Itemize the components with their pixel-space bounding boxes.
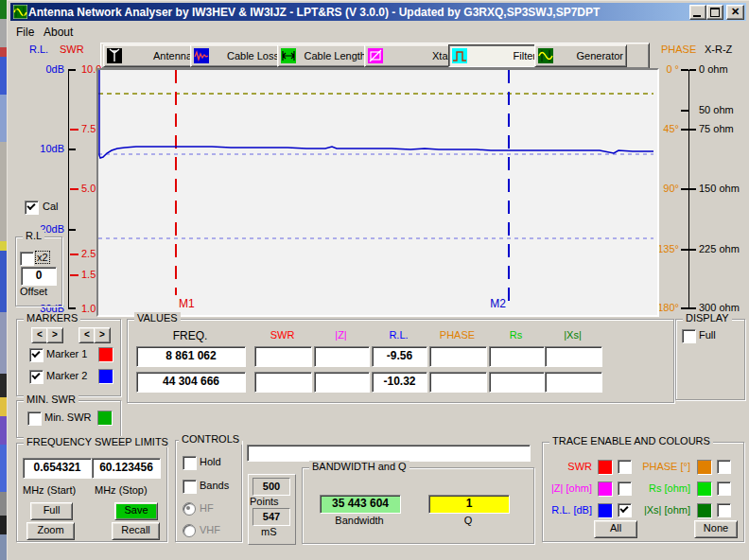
ohm-tick-label: 75 ohm (699, 123, 734, 134)
maximize-button[interactable] (706, 5, 723, 20)
trace-swr-swatch[interactable] (598, 460, 613, 475)
bands-label: Bands (200, 480, 229, 491)
sweep-full-button[interactable]: Full (30, 502, 73, 520)
ohm-tick (689, 249, 696, 251)
swr-tick (70, 254, 78, 255)
vhf-radio[interactable] (183, 524, 196, 537)
display-full-checkbox[interactable] (682, 329, 696, 343)
controls-group-title: CONTROLS (179, 433, 242, 445)
db-tick (68, 307, 76, 309)
value-xs-m2 (545, 372, 602, 393)
markers-group-title: MARKERS (24, 312, 80, 324)
trace-rl-swatch[interactable] (598, 503, 613, 518)
ohm-tick-label: 0 ohm (699, 63, 728, 75)
sweep-save-button[interactable]: Save (114, 502, 158, 520)
hold-checkbox[interactable] (183, 456, 197, 470)
hf-label: HF (200, 502, 214, 514)
toolbar-button-filter[interactable]: Filter (448, 44, 540, 67)
app-icon (13, 5, 27, 19)
phase-tick (681, 129, 688, 131)
marker2-label: Marker 2 (46, 370, 87, 381)
trace-z-label: |Z| [ohm] (524, 482, 592, 494)
trace-xs-swatch[interactable] (697, 503, 712, 518)
min-swr-checkbox[interactable] (27, 411, 42, 426)
trace-line-rl (99, 70, 653, 158)
cal-checkbox[interactable] (25, 201, 39, 215)
left-axis-ruler (68, 70, 69, 309)
marker1-color-swatch[interactable] (98, 347, 113, 362)
value-z-m1 (314, 346, 370, 367)
title-bar[interactable]: Antenna Network Analyser by IW3HEV & IW3… (10, 3, 746, 21)
value-rs-m2 (489, 372, 545, 393)
hold-label: Hold (200, 456, 221, 467)
min-swr-color-swatch[interactable] (97, 411, 113, 426)
trace-rl-label: R.L. [dB] (524, 504, 592, 516)
bandwidth-group-title: BANDWIDTH and Q (309, 461, 409, 472)
marker2-label: M2 (490, 297, 506, 310)
filter-icon (452, 48, 467, 63)
message-field[interactable] (247, 445, 531, 462)
cable-length-icon (281, 48, 296, 63)
ms-value: 547 (253, 508, 290, 526)
marker1-right-button[interactable]: > (46, 327, 63, 343)
q-value: 1 (428, 495, 510, 514)
phase-tick (681, 307, 688, 309)
sweep-recall-button[interactable]: Recall (112, 522, 160, 540)
swr-tick-label: 5.0 (81, 183, 96, 194)
menu-about[interactable]: About (44, 26, 73, 39)
swr-tick-label: 7.5 (81, 123, 96, 134)
trace-phase-label: PHASE [°] (622, 461, 690, 472)
toolbar-button-cable-length[interactable]: Cable Length (277, 44, 370, 67)
trace-phase-checkbox[interactable] (717, 460, 731, 474)
chart-plot[interactable]: M1 M2 (98, 70, 653, 311)
rl-axis-header: R.L. (29, 44, 48, 55)
display-full-label: Full (699, 329, 716, 341)
value-xs-m1 (545, 346, 602, 367)
trace-z-swatch[interactable] (598, 481, 613, 497)
trace-rs-checkbox[interactable] (717, 481, 731, 496)
toolbar-button-xtal[interactable]: Xtal (364, 44, 454, 67)
swr-tick-label: 2.5 (81, 248, 96, 259)
trace-xs-checkbox[interactable] (717, 503, 731, 517)
marker2-checkbox[interactable] (29, 370, 44, 384)
marker1-checkbox[interactable] (29, 348, 44, 362)
db-tick (68, 69, 76, 71)
minimize-button[interactable] (689, 5, 706, 20)
trace-rs-label: Rs [ohm] (622, 482, 690, 494)
trace-none-button[interactable]: None (694, 520, 738, 538)
toolbar-button-cable-loss[interactable]: Cable Loss (190, 44, 283, 67)
close-button[interactable]: ✕ (726, 5, 744, 20)
marker2-right-button[interactable]: > (94, 327, 111, 343)
freq-stop-input[interactable]: 60.123456 (92, 458, 161, 479)
freq-start-label: MHz (Start) (23, 484, 76, 496)
toolbar-button-antenna[interactable]: Antenna (103, 44, 196, 67)
trace-phase-swatch[interactable] (697, 460, 712, 475)
x2-label: x2 (36, 252, 49, 263)
bands-checkbox[interactable] (183, 480, 197, 494)
screen: Antenna Network Analyser by IW3HEV & IW3… (0, 0, 749, 560)
trace-rs-swatch[interactable] (697, 481, 712, 497)
value-rl-m1: -9.56 (372, 346, 427, 367)
trace-all-button[interactable]: All (594, 520, 637, 538)
phase-tick (681, 188, 688, 190)
ohm-tick (689, 188, 696, 190)
ohm-tick-label: 150 ohm (699, 183, 740, 194)
toolbar-button-generator[interactable]: Generator (534, 44, 627, 67)
sweep-zoom-button[interactable]: Zoom (26, 522, 75, 540)
marker2-color-swatch[interactable] (98, 369, 113, 384)
hf-radio[interactable] (183, 502, 196, 516)
freq-start-input[interactable]: 0.654321 (23, 458, 92, 479)
sweep-group-title: FREQUENCY SWEEP LIMITS (24, 436, 171, 447)
toolbar-label: Antenna (153, 50, 192, 61)
value-rl-m2: -10.32 (372, 372, 427, 393)
value-freq-m2: 44 304 666 (136, 372, 246, 393)
app-window: Antenna Network Analyser by IW3HEV & IW3… (7, 0, 749, 560)
menu-file[interactable]: File (16, 26, 34, 39)
bandwidth-label: Bandwidth (320, 515, 399, 526)
ohm-tick (689, 69, 696, 71)
ohm-tick-label: 225 ohm (699, 243, 740, 254)
offset-input[interactable]: 0 (21, 267, 57, 286)
phase-tick (681, 249, 688, 251)
x2-checkbox[interactable] (20, 252, 34, 266)
ohm-tick (689, 129, 696, 131)
